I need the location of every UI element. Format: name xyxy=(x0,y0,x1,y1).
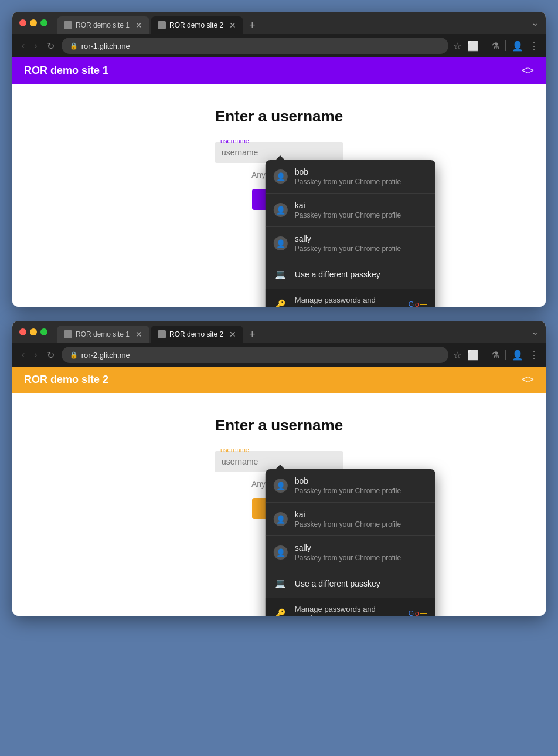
reload-button-1[interactable]: ↻ xyxy=(45,38,57,54)
tab-dropdown-1[interactable]: ⌄ xyxy=(532,18,539,28)
passkey-dropdown-1: 👤 bob Passkey from your Chrome profile 👤… xyxy=(266,160,435,307)
close-button[interactable] xyxy=(19,19,26,26)
browser-window-2: ROR demo site 1 ✕ ROR demo site 2 ✕ + ⌄ … xyxy=(12,321,546,616)
browser-window-1: ROR demo site 1 ✕ ROR demo site 2 ✕ + ⌄ … xyxy=(12,12,546,307)
minimize-button[interactable] xyxy=(30,19,37,26)
passkey-avatar-kai-1: 👤 xyxy=(274,203,288,217)
passkey-item-kai-2[interactable]: 👤 kai Passkey from your Chrome profile xyxy=(266,503,435,536)
passkey-info-kai-1: kai Passkey from your Chrome profile xyxy=(295,201,401,219)
different-passkey-info-1: Use a different passkey xyxy=(295,270,380,279)
passkey-item-bob-1[interactable]: 👤 bob Passkey from your Chrome profile xyxy=(266,160,435,194)
page-heading-2: Enter a username xyxy=(215,416,343,435)
minimize-button-2[interactable] xyxy=(30,328,37,335)
tab-2-close[interactable]: ✕ xyxy=(229,21,236,29)
code-icon-2[interactable]: <> xyxy=(522,374,534,386)
passkey-dropdown-2: 👤 bob Passkey from your Chrome profile 👤… xyxy=(266,469,435,616)
divider-4 xyxy=(505,350,506,360)
passkey-info-bob-2: bob Passkey from your Chrome profile xyxy=(295,476,401,495)
lens-icon-2[interactable]: ⚗ xyxy=(491,350,499,361)
lens-icon-1[interactable]: ⚗ xyxy=(491,40,499,52)
manage-passkeys-1[interactable]: 🔑 Manage passwords and passkeys... Go— xyxy=(266,289,435,307)
tab-3-label: ROR demo site 1 xyxy=(76,330,130,338)
site-title-1: ROR demo site 1 xyxy=(24,65,108,77)
new-tab-button-1[interactable]: + xyxy=(244,16,260,34)
passkey-sub-sally-2: Passkey from your Chrome profile xyxy=(295,554,401,562)
reload-button-2[interactable]: ↻ xyxy=(45,347,57,363)
close-button-2[interactable] xyxy=(19,328,26,335)
tab-1-label: ROR demo site 1 xyxy=(76,21,130,29)
passkey-item-sally-2[interactable]: 👤 sally Passkey from your Chrome profile xyxy=(266,536,435,569)
back-button-2[interactable]: ‹ xyxy=(19,347,27,362)
site-header-2: ROR demo site 2 <> xyxy=(12,367,546,393)
device-icon-2: 💻 xyxy=(274,577,288,591)
toolbar-icons-1: ☆ ⬜ ⚗ 👤 ⋮ xyxy=(453,40,539,52)
tab-1-inactive[interactable]: ROR demo site 1 ✕ xyxy=(57,16,149,34)
profile-icon-2[interactable]: 👤 xyxy=(512,350,523,361)
passkey-item-bob-2[interactable]: 👤 bob Passkey from your Chrome profile xyxy=(266,469,435,503)
different-passkey-item-2[interactable]: 💻 Use a different passkey xyxy=(266,569,435,598)
passkey-info-bob-1: bob Passkey from your Chrome profile xyxy=(295,167,401,186)
security-icon-1: 🔒 xyxy=(70,42,78,50)
cast-icon-2[interactable]: ⬜ xyxy=(467,350,479,361)
bookmark-icon-2[interactable]: ☆ xyxy=(453,350,461,361)
passkey-sub-kai-2: Passkey from your Chrome profile xyxy=(295,520,401,528)
tab-3-close[interactable]: ✕ xyxy=(135,330,142,338)
tab-2-label: ROR demo site 2 xyxy=(169,21,223,29)
address-bar-2: ‹ › ↻ 🔒 ror-2.glitch.me ☆ ⬜ ⚗ 👤 ⋮ xyxy=(12,343,546,367)
menu-icon-2[interactable]: ⋮ xyxy=(529,350,539,361)
google-key-icon-2: Go— xyxy=(409,609,427,616)
passkey-item-kai-1[interactable]: 👤 kai Passkey from your Chrome profile xyxy=(266,194,435,227)
username-label-1: username xyxy=(220,137,249,144)
tab-1-close[interactable]: ✕ xyxy=(135,21,142,29)
different-passkey-item-1[interactable]: 💻 Use a different passkey xyxy=(266,260,435,289)
tab-2-active[interactable]: ROR demo site 2 ✕ xyxy=(151,16,243,34)
tab-favicon-3 xyxy=(64,330,72,338)
passkey-info-sally-1: sally Passkey from your Chrome profile xyxy=(295,234,401,253)
menu-icon-1[interactable]: ⋮ xyxy=(529,40,539,52)
code-icon-1[interactable]: <> xyxy=(522,65,534,77)
forward-button-1[interactable]: › xyxy=(32,38,39,53)
divider-1 xyxy=(485,40,485,51)
title-bar-2: ROR demo site 1 ✕ ROR demo site 2 ✕ + ⌄ xyxy=(12,321,546,343)
address-bar-1: ‹ › ↻ 🔒 ror-1.glitch.me ☆ ⬜ ⚗ 👤 ⋮ xyxy=(12,34,546,57)
google-key-icon-1: Go— xyxy=(409,300,427,307)
traffic-lights-1 xyxy=(19,19,47,26)
back-button-1[interactable]: ‹ xyxy=(19,38,27,53)
security-icon-2: 🔒 xyxy=(70,351,78,359)
passkey-item-sally-1[interactable]: 👤 sally Passkey from your Chrome profile xyxy=(266,227,435,260)
bookmark-icon-1[interactable]: ☆ xyxy=(453,40,461,52)
passkey-sub-kai-1: Passkey from your Chrome profile xyxy=(295,211,401,219)
different-passkey-info-2: Use a different passkey xyxy=(295,579,380,588)
maximize-button[interactable] xyxy=(40,19,47,26)
manage-passkeys-2[interactable]: 🔑 Manage passwords and passkeys... Go— xyxy=(266,598,435,616)
url-bar-2[interactable]: 🔒 ror-2.glitch.me xyxy=(62,347,448,363)
forward-button-2[interactable]: › xyxy=(32,347,39,362)
tab-4-label: ROR demo site 2 xyxy=(169,330,223,338)
username-label-2: username xyxy=(220,446,249,453)
passkey-name-kai-1: kai xyxy=(295,201,401,210)
site-header-1: ROR demo site 1 <> xyxy=(12,57,546,84)
tab-4-active[interactable]: ROR demo site 2 ✕ xyxy=(151,326,243,343)
divider-2 xyxy=(505,40,506,51)
tab-favicon-4 xyxy=(158,330,166,338)
tab-4-close[interactable]: ✕ xyxy=(229,330,236,338)
passkey-avatar-bob-2: 👤 xyxy=(274,479,288,493)
manage-icon-1: 🔑 xyxy=(274,297,288,307)
toolbar-icons-2: ☆ ⬜ ⚗ 👤 ⋮ xyxy=(453,350,539,361)
tab-dropdown-2[interactable]: ⌄ xyxy=(532,327,539,337)
profile-icon-1[interactable]: 👤 xyxy=(512,40,523,52)
new-tab-button-2[interactable]: + xyxy=(244,326,260,343)
url-bar-1[interactable]: 🔒 ror-1.glitch.me xyxy=(62,38,448,54)
passkey-name-bob-1: bob xyxy=(295,167,401,177)
maximize-button-2[interactable] xyxy=(40,328,47,335)
passkey-avatar-kai-2: 👤 xyxy=(274,512,288,526)
passkey-arrow-1 xyxy=(274,155,286,161)
url-text-2: ror-2.glitch.me xyxy=(81,351,130,360)
different-passkey-label-1: Use a different passkey xyxy=(295,270,380,279)
cast-icon-1[interactable]: ⬜ xyxy=(467,40,479,52)
url-text-1: ror-1.glitch.me xyxy=(81,42,130,50)
tab-3-inactive[interactable]: ROR demo site 1 ✕ xyxy=(57,326,149,343)
traffic-lights-2 xyxy=(19,328,47,335)
passkey-avatar-sally-2: 👤 xyxy=(274,545,288,560)
different-passkey-label-2: Use a different passkey xyxy=(295,579,380,588)
